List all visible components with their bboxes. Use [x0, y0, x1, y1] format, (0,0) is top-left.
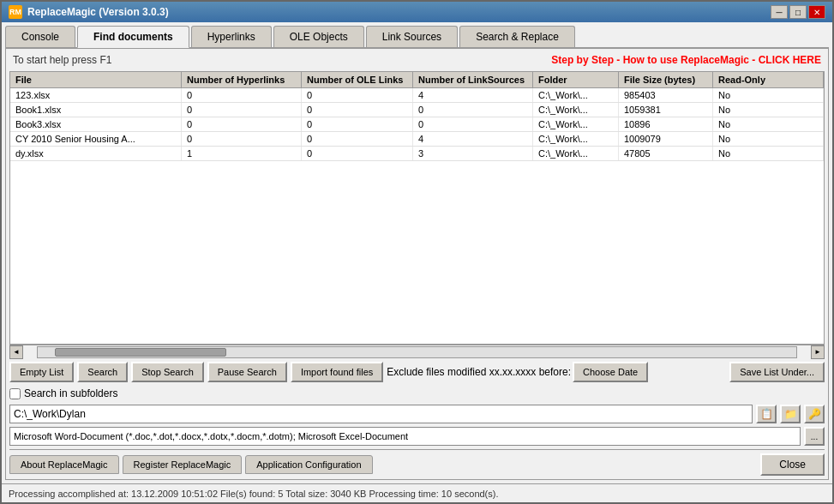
app-icon: RM — [9, 5, 22, 19]
about-tab[interactable]: About ReplaceMagic — [9, 455, 119, 474]
scroll-right-button[interactable]: ► — [811, 345, 825, 359]
cell-filesize: 985403 — [619, 88, 713, 102]
cell-ole: 0 — [302, 147, 413, 160]
cell-folder: C:\_Work\... — [533, 88, 619, 102]
empty-list-button[interactable]: Empty List — [9, 362, 74, 382]
search-button[interactable]: Search — [77, 362, 128, 382]
cell-ole: 0 — [302, 103, 413, 117]
scroll-thumb[interactable] — [55, 348, 226, 357]
content-area: Console Find documents Hyperlinks OLE Ob… — [2, 22, 832, 483]
cell-linksources: 0 — [413, 103, 533, 117]
filter-input[interactable] — [9, 427, 801, 446]
status-text: Processing accomplished at: 13.12.2009 1… — [9, 489, 499, 499]
cell-filesize: 1009079 — [619, 132, 713, 146]
main-window: RM ReplaceMagic (Version 3.0.3) ─ □ ✕ Co… — [0, 0, 834, 504]
cell-file: Book1.xlsx — [10, 103, 182, 117]
table-row[interactable]: 123.xlsx 0 0 4 C:\_Work\... 985403 No — [10, 88, 824, 103]
step-by-step-link[interactable]: Step by Step - How to use ReplaceMagic -… — [551, 54, 821, 66]
path-input-row: 📋 📁 🔑 — [9, 405, 825, 423]
cell-readonly: No — [713, 103, 824, 117]
cell-hyperlinks: 1 — [182, 147, 302, 160]
close-button[interactable]: Close — [760, 453, 825, 476]
status-bar: Processing accomplished at: 13.12.2009 1… — [2, 483, 832, 502]
register-tab[interactable]: Register ReplaceMagic — [123, 455, 243, 474]
cell-file: Book3.xlsx — [10, 117, 182, 131]
horizontal-scrollbar: ◄ ► — [9, 345, 825, 358]
table-header: File Number of Hyperlinks Number of OLE … — [10, 72, 824, 88]
table-row[interactable]: dy.xlsx 1 0 3 C:\_Work\... 47805 No — [10, 147, 824, 161]
cell-filesize: 10896 — [619, 117, 713, 131]
cell-linksources: 3 — [413, 147, 533, 160]
cell-filesize: 1059381 — [619, 103, 713, 117]
file-table: File Number of Hyperlinks Number of OLE … — [9, 71, 825, 345]
browse-folder-button[interactable]: 📁 — [780, 405, 801, 423]
cell-ole: 0 — [302, 88, 413, 102]
title-controls: ─ □ ✕ — [771, 5, 825, 19]
app-config-tab[interactable]: Application Configuration — [245, 455, 372, 474]
cell-readonly: No — [713, 147, 824, 160]
filter-dots-button[interactable]: ... — [804, 427, 825, 446]
main-tabs: Console Find documents Hyperlinks OLE Ob… — [5, 26, 829, 48]
copy-path-button[interactable]: 📋 — [756, 405, 777, 423]
window-title: ReplaceMagic (Version 3.0.3) — [27, 6, 169, 18]
table-row[interactable]: Book1.xlsx 0 0 0 C:\_Work\... 1059381 No — [10, 103, 824, 117]
table-row[interactable]: CY 2010 Senior Housing A... 0 0 4 C:\_Wo… — [10, 132, 824, 147]
cell-ole: 0 — [302, 117, 413, 131]
col-ole: Number of OLE Links — [302, 72, 413, 87]
cell-hyperlinks: 0 — [182, 88, 302, 102]
main-panel: To start help press F1 Step by Step - Ho… — [5, 48, 829, 480]
title-bar-left: RM ReplaceMagic (Version 3.0.3) — [9, 5, 169, 19]
choose-date-button[interactable]: Choose Date — [573, 362, 648, 382]
close-window-button[interactable]: ✕ — [808, 5, 825, 19]
tab-link-sources[interactable]: Link Sources — [366, 26, 458, 47]
cell-folder: C:\_Work\... — [533, 103, 619, 117]
cell-ole: 0 — [302, 132, 413, 146]
filter-row: ... — [9, 427, 825, 446]
pause-search-button[interactable]: Pause Search — [207, 362, 287, 382]
save-list-button[interactable]: Save List Under... — [729, 362, 825, 382]
tab-search-replace[interactable]: Search & Replace — [459, 26, 575, 47]
cell-hyperlinks: 0 — [182, 132, 302, 146]
cell-readonly: No — [713, 132, 824, 146]
cell-folder: C:\_Work\... — [533, 147, 619, 160]
exclude-group: Exclude files modified xx.xx.xxxx before… — [387, 362, 648, 382]
table-row[interactable]: Book3.xlsx 0 0 0 C:\_Work\... 10896 No — [10, 117, 824, 132]
scroll-track[interactable] — [37, 346, 797, 358]
cell-hyperlinks: 0 — [182, 117, 302, 131]
col-file: File — [10, 72, 182, 87]
table-body: 123.xlsx 0 0 4 C:\_Work\... 985403 No Bo… — [10, 88, 824, 344]
cell-linksources: 0 — [413, 117, 533, 131]
col-readonly: Read-Only — [713, 72, 824, 87]
restore-button[interactable]: □ — [789, 5, 807, 19]
scroll-left-button[interactable]: ◄ — [9, 345, 23, 359]
tab-hyperlinks[interactable]: Hyperlinks — [191, 26, 272, 47]
cell-readonly: No — [713, 88, 824, 102]
import-found-button[interactable]: Import found files — [291, 362, 383, 382]
search-subfolders-label: Search in subfolders — [24, 387, 117, 399]
cell-filesize: 47805 — [619, 147, 713, 160]
search-subfolders-checkbox[interactable] — [9, 388, 21, 399]
cell-linksources: 4 — [413, 132, 533, 146]
minimize-button[interactable]: ─ — [771, 5, 788, 19]
stop-search-button[interactable]: Stop Search — [131, 362, 204, 382]
cell-file: 123.xlsx — [10, 88, 182, 102]
cell-folder: C:\_Work\... — [533, 132, 619, 146]
cell-file: dy.xlsx — [10, 147, 182, 160]
tab-ole-objects[interactable]: OLE Objects — [273, 26, 364, 47]
tab-find-documents[interactable]: Find documents — [77, 26, 189, 48]
cell-readonly: No — [713, 117, 824, 131]
subfolders-row: Search in subfolders — [9, 386, 825, 401]
tab-console[interactable]: Console — [5, 26, 75, 47]
cell-file: CY 2010 Senior Housing A... — [10, 132, 182, 146]
key-button[interactable]: 🔑 — [804, 405, 825, 423]
exclude-label: Exclude files modified xx.xx.xxxx before… — [387, 366, 571, 378]
path-input[interactable] — [9, 405, 753, 423]
bottom-controls: Empty List Search Stop Search Pause Sear… — [9, 362, 825, 446]
col-filesize: File Size (bytes) — [619, 72, 713, 87]
action-button-row: Empty List Search Stop Search Pause Sear… — [9, 362, 825, 382]
col-hyperlinks: Number of Hyperlinks — [182, 72, 302, 87]
col-folder: Folder — [533, 72, 619, 87]
bottom-tabs-row: About ReplaceMagic Register ReplaceMagic… — [9, 449, 825, 476]
help-row: To start help press F1 Step by Step - Ho… — [9, 52, 825, 68]
cell-hyperlinks: 0 — [182, 103, 302, 117]
